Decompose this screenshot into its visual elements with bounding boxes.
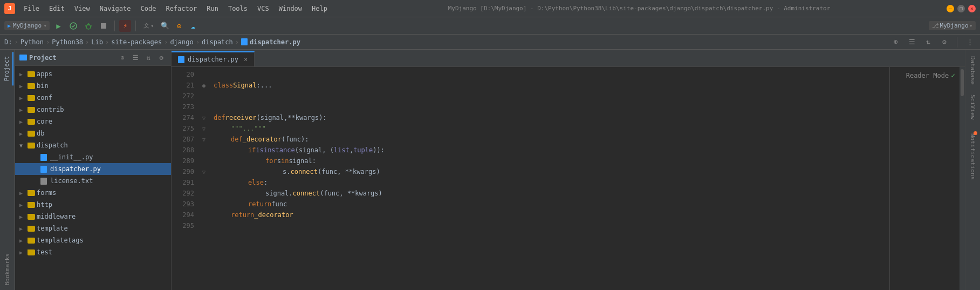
tree-item-contrib[interactable]: ▶ contrib (15, 104, 171, 116)
app-icon: J (4, 3, 15, 14)
menu-view[interactable]: View (70, 4, 94, 14)
tree-arrow-conf: ▶ (19, 95, 26, 101)
code-line-20 (214, 69, 889, 80)
tree-item-bin[interactable]: ▶ bin (15, 80, 171, 92)
project-panel-title: Project (29, 54, 115, 62)
menu-code[interactable]: Code (136, 4, 161, 14)
sciview-tab[interactable]: SciView (967, 90, 978, 124)
run-configuration[interactable]: ▶ MyDjango ▾ (4, 21, 50, 30)
tree-item-test[interactable]: ▶ test (15, 246, 171, 258)
gutter-287[interactable]: ▽ (198, 134, 209, 145)
menu-navigate[interactable]: Navigate (95, 4, 135, 14)
editor-scrollbar[interactable] (960, 67, 965, 290)
line-num-293: 293 (172, 199, 194, 210)
fold-indicator-274[interactable]: ▽ (202, 115, 205, 121)
breadcrumb-add-button[interactable]: ⊕ (890, 36, 902, 48)
gutter-21[interactable]: ● (198, 80, 209, 91)
fold-indicator-275[interactable]: ▽ (202, 126, 205, 132)
tree-item-templatetags[interactable]: ▶ templatetags (15, 234, 171, 246)
kw-def-287: def (231, 134, 243, 145)
panel-settings-icon[interactable]: ⚙ (156, 52, 167, 63)
builtin-isinstance: isinstance (256, 145, 294, 156)
bookmarks-tab[interactable]: Bookmarks (2, 249, 13, 290)
breadcrumb-site-packages[interactable]: site-packages (111, 38, 162, 46)
title-bar: J File Edit View Navigate Code Refactor … (0, 0, 980, 17)
scrollbar-thumb[interactable] (961, 69, 964, 96)
fold-indicator-290[interactable]: ▽ (202, 169, 205, 175)
tree-label-contrib: contrib (37, 106, 64, 113)
gutter-275[interactable]: ▽ (198, 123, 209, 134)
tree-item-license[interactable]: ▶ license.txt (15, 175, 171, 187)
tree-item-core[interactable]: ▶ core (15, 116, 171, 127)
breadcrumb-collapse-button[interactable]: ☰ (906, 36, 918, 48)
plugin-icon[interactable]: ⊙ (173, 20, 185, 32)
stop-button[interactable] (97, 19, 110, 32)
minimize-button[interactable]: — (947, 5, 954, 12)
breadcrumb-drive[interactable]: D: (4, 38, 12, 46)
fold-indicator-21[interactable]: ● (202, 83, 205, 89)
tree-arrow-template: ▶ (19, 226, 26, 232)
cloud-icon[interactable]: ☁ (187, 20, 199, 32)
tree-item-conf[interactable]: ▶ conf (15, 92, 171, 104)
menu-window[interactable]: Window (275, 4, 306, 14)
search-icon-button[interactable]: 🔍 (159, 20, 171, 32)
notifications-tab[interactable]: Notifications (967, 129, 978, 184)
fold-indicator-287[interactable]: ▽ (202, 137, 205, 143)
breadcrumb-django[interactable]: django (170, 38, 193, 46)
close-button[interactable]: ✕ (968, 5, 976, 12)
database-tab[interactable]: Database (967, 52, 978, 89)
tree-label-core: core (37, 118, 52, 125)
breadcrumb-more-button[interactable]: ⋮ (964, 36, 976, 48)
gutter-293 (198, 199, 209, 210)
breadcrumb-settings-button[interactable]: ⚙ (938, 36, 950, 48)
tab-close-button[interactable]: × (244, 56, 248, 63)
tree-item-init[interactable]: ▶ __init__.py (15, 151, 171, 163)
breadcrumb-dispatch[interactable]: dispatch (202, 38, 233, 46)
gutter-290[interactable]: ▽ (198, 166, 209, 177)
reader-mode-panel: Reader Mode ✓ (889, 67, 960, 290)
code-line-294: return _decorator (214, 210, 889, 220)
tree-item-apps[interactable]: ▶ apps (15, 68, 171, 80)
tree-label-license: license.txt (50, 177, 93, 185)
reader-mode-toggle[interactable]: Reader Mode ✓ (906, 71, 955, 79)
run-button[interactable]: ▶ (52, 19, 65, 32)
kw-if-288: if (248, 145, 256, 156)
menu-file[interactable]: File (19, 4, 44, 14)
debug-button[interactable] (82, 19, 95, 32)
breadcrumb-python[interactable]: Python (20, 38, 44, 46)
tree-item-template[interactable]: ▶ template (15, 222, 171, 234)
tree-item-http[interactable]: ▶ http (15, 199, 171, 211)
breadcrumb-lib[interactable]: Lib (91, 38, 103, 46)
panel-add-icon[interactable]: ⊕ (117, 52, 128, 63)
tree-item-dispatch[interactable]: ▼ dispatch (15, 139, 171, 151)
panel-layout-icon[interactable]: ☰ (130, 52, 141, 63)
restore-button[interactable]: ❒ (957, 5, 965, 12)
menu-refactor[interactable]: Refactor (161, 4, 201, 14)
breadcrumb-python38[interactable]: Python38 (52, 38, 83, 46)
menu-help[interactable]: Help (307, 4, 332, 14)
gutter-274[interactable]: ▽ (198, 112, 209, 123)
tree-item-db[interactable]: ▶ db (15, 127, 171, 139)
tree-item-dispatcher[interactable]: ▶ dispatcher.py (15, 163, 171, 175)
translate-button[interactable]: 文 ▾ (140, 21, 156, 31)
menu-vcs[interactable]: VCS (253, 4, 273, 14)
menu-tools[interactable]: Tools (224, 4, 252, 14)
tree-arrow-db: ▶ (19, 131, 26, 137)
menu-run[interactable]: Run (202, 4, 223, 14)
power-icon[interactable]: ⚡ (119, 20, 131, 32)
breadcrumb-filename[interactable]: dispatcher.py (250, 38, 300, 46)
code-editor[interactable]: 20 21 272 273 274 275 287 288 289 290 29… (172, 67, 889, 290)
tree-label-middleware: middleware (37, 213, 76, 220)
menu-edit[interactable]: Edit (45, 4, 69, 14)
breadcrumb-sort-button[interactable]: ⇅ (922, 36, 934, 48)
panel-layout2-icon[interactable]: ⇅ (143, 52, 154, 63)
tree-item-middleware[interactable]: ▶ middleware (15, 211, 171, 222)
project-tab[interactable]: Project (1, 52, 13, 85)
breadcrumb-sep1: › (46, 38, 50, 46)
git-branch-selector[interactable]: ⎇ MyDjango ▾ (929, 21, 976, 30)
run-coverage-button[interactable] (67, 19, 80, 32)
tab-dispatcher-py[interactable]: dispatcher.py × (172, 51, 255, 66)
code-content[interactable]: class Signal:... def receiver(signal, **… (209, 67, 889, 290)
tree-item-forms[interactable]: ▶ forms (15, 187, 171, 199)
tree-label-templatetags: templatetags (37, 237, 84, 244)
